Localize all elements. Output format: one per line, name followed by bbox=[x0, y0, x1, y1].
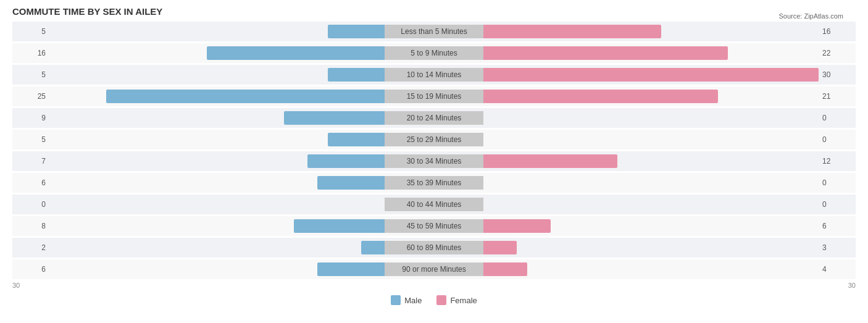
female-value: 0 bbox=[819, 178, 856, 187]
male-bar bbox=[284, 111, 385, 125]
male-bar bbox=[307, 154, 385, 168]
chart-row: 2 60 to 89 Minutes 3 bbox=[12, 238, 856, 258]
female-bar-cell bbox=[483, 68, 819, 82]
female-value: 21 bbox=[819, 92, 856, 101]
female-value: 6 bbox=[819, 222, 856, 230]
female-value: 4 bbox=[819, 265, 856, 274]
legend-female: Female bbox=[436, 295, 477, 305]
male-legend-box bbox=[391, 295, 401, 305]
male-bar bbox=[361, 241, 385, 254]
female-bar-cell bbox=[483, 25, 819, 38]
female-bar-cell bbox=[483, 176, 819, 190]
chart-row: 25 15 to 19 Minutes 21 bbox=[12, 86, 856, 106]
row-label: 45 to 59 Minutes bbox=[385, 219, 483, 233]
female-value: 12 bbox=[819, 157, 856, 166]
male-bar-cell bbox=[49, 219, 385, 233]
male-value: 25 bbox=[12, 92, 49, 101]
female-bar bbox=[483, 219, 551, 233]
legend-male: Male bbox=[391, 295, 422, 305]
chart-row: 5 25 to 29 Minutes 0 bbox=[12, 130, 856, 149]
female-bar bbox=[483, 25, 661, 38]
chart-row: 9 20 to 24 Minutes 0 bbox=[12, 108, 856, 128]
female-bar-cell bbox=[483, 198, 819, 211]
male-value: 6 bbox=[12, 265, 49, 274]
row-label: 5 to 9 Minutes bbox=[385, 46, 483, 60]
male-value: 2 bbox=[12, 243, 49, 252]
row-label: 40 to 44 Minutes bbox=[385, 198, 483, 211]
male-value: 5 bbox=[12, 135, 49, 144]
female-value: 0 bbox=[819, 135, 856, 144]
male-bar bbox=[294, 219, 385, 233]
male-value: 7 bbox=[12, 157, 49, 166]
female-bar-cell bbox=[483, 90, 819, 103]
row-label: 10 to 14 Minutes bbox=[385, 68, 483, 82]
source-label: Source: ZipAtlas.com bbox=[778, 12, 843, 20]
male-bar-cell bbox=[49, 90, 385, 103]
female-legend-box bbox=[436, 295, 446, 305]
male-value: 6 bbox=[12, 178, 49, 187]
female-value: 16 bbox=[819, 27, 856, 36]
male-bar bbox=[207, 46, 385, 60]
female-bar-cell bbox=[483, 154, 819, 168]
chart-row: 16 5 to 9 Minutes 22 bbox=[12, 43, 856, 63]
male-bar-cell bbox=[49, 154, 385, 168]
female-bar bbox=[483, 90, 718, 103]
female-legend-label: Female bbox=[450, 296, 477, 305]
male-bar-cell bbox=[49, 111, 385, 125]
male-bar-cell bbox=[49, 176, 385, 190]
female-bar-cell bbox=[483, 46, 819, 60]
female-bar-cell bbox=[483, 133, 819, 146]
male-value: 5 bbox=[12, 70, 49, 79]
chart-row: 8 45 to 59 Minutes 6 bbox=[12, 216, 856, 236]
male-value: 0 bbox=[12, 200, 49, 209]
axis-labels: 30 30 bbox=[12, 282, 856, 289]
chart-area: 5 Less than 5 Minutes 16 16 5 to 9 Minut… bbox=[12, 22, 856, 289]
female-value: 0 bbox=[819, 200, 856, 209]
female-bar bbox=[483, 46, 728, 60]
male-bar-cell bbox=[49, 241, 385, 254]
female-bar bbox=[483, 68, 819, 82]
chart-row: 5 10 to 14 Minutes 30 bbox=[12, 65, 856, 85]
chart-title: COMMUTE TIME BY SEX IN AILEY bbox=[12, 6, 856, 17]
chart-row: 0 40 to 44 Minutes 0 bbox=[12, 195, 856, 214]
male-value: 9 bbox=[12, 114, 49, 122]
female-bar-cell bbox=[483, 241, 819, 254]
female-bar-cell bbox=[483, 219, 819, 233]
female-value: 3 bbox=[819, 243, 856, 252]
male-value: 5 bbox=[12, 27, 49, 36]
chart-row: 6 35 to 39 Minutes 0 bbox=[12, 173, 856, 193]
chart-row: 5 Less than 5 Minutes 16 bbox=[12, 22, 856, 41]
male-value: 16 bbox=[12, 49, 49, 57]
male-bar bbox=[328, 133, 385, 146]
row-label: 30 to 34 Minutes bbox=[385, 154, 483, 168]
female-bar bbox=[483, 241, 517, 254]
row-label: 20 to 24 Minutes bbox=[385, 111, 483, 125]
row-label: 15 to 19 Minutes bbox=[385, 90, 483, 103]
female-bar bbox=[483, 262, 527, 276]
male-bar bbox=[106, 90, 385, 103]
chart-row: 6 90 or more Minutes 4 bbox=[12, 259, 856, 279]
female-bar-cell bbox=[483, 262, 819, 276]
axis-left-value: 30 bbox=[12, 282, 385, 289]
chart-legend: Male Female bbox=[12, 295, 856, 305]
male-bar-cell bbox=[49, 133, 385, 146]
female-value: 22 bbox=[819, 49, 856, 57]
male-bar bbox=[328, 25, 385, 38]
row-label: 35 to 39 Minutes bbox=[385, 176, 483, 190]
male-bar bbox=[328, 68, 385, 82]
male-legend-label: Male bbox=[404, 296, 422, 305]
row-label: 25 to 29 Minutes bbox=[385, 133, 483, 146]
row-label: 60 to 89 Minutes bbox=[385, 241, 483, 254]
male-value: 8 bbox=[12, 222, 49, 230]
female-bar bbox=[483, 154, 617, 168]
male-bar bbox=[317, 262, 385, 276]
male-bar-cell bbox=[49, 262, 385, 276]
male-bar-cell bbox=[49, 25, 385, 38]
male-bar-cell bbox=[49, 198, 385, 211]
female-value: 0 bbox=[819, 114, 856, 122]
female-value: 30 bbox=[819, 70, 856, 79]
female-bar-cell bbox=[483, 111, 819, 125]
chart-row: 7 30 to 34 Minutes 12 bbox=[12, 151, 856, 171]
row-label: 90 or more Minutes bbox=[385, 262, 483, 276]
axis-right-value: 30 bbox=[483, 282, 856, 289]
